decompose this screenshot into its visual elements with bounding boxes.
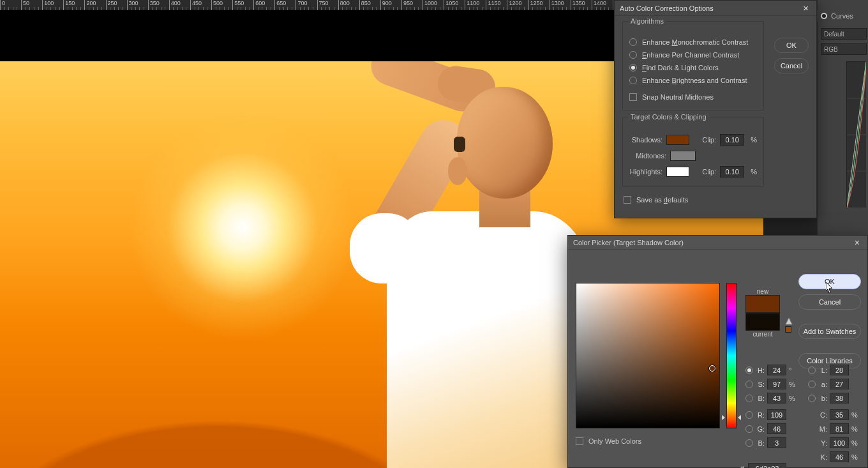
current-label: current: [745, 331, 780, 338]
algo-per-channel-radio[interactable]: Enhance Per Channel Contrast: [629, 49, 757, 61]
add-to-swatches-button[interactable]: Add to Swatches: [798, 324, 861, 339]
b-radio[interactable]: [808, 395, 816, 402]
dialog-title: Color Picker (Target Shadow Color): [573, 239, 684, 246]
blue-input[interactable]: [767, 437, 786, 448]
hue-slider[interactable]: [726, 283, 737, 428]
ok-button[interactable]: OK: [798, 274, 861, 289]
color-picker-dialog: Color Picker (Target Shadow Color) × new…: [567, 235, 868, 468]
hue-indicator-icon: [722, 415, 725, 420]
c-input[interactable]: [830, 409, 849, 420]
horizontal-ruler[interactable]: 0501001502002503003504004505005506006507…: [0, 0, 613, 10]
curves-channel-dropdown[interactable]: RGB: [821, 43, 867, 55]
auto-color-correction-dialog: Auto Color Correction Options × OK Cance…: [614, 0, 817, 218]
k-input[interactable]: [830, 451, 849, 462]
hex-label: #: [740, 465, 744, 468]
dialog-titlebar[interactable]: Auto Color Correction Options ×: [615, 1, 816, 16]
clip-label-2: Clip:: [702, 168, 716, 176]
highlights-clip-input[interactable]: [720, 166, 744, 177]
midtones-swatch[interactable]: [670, 151, 696, 161]
clip-label: Clip:: [702, 136, 716, 144]
targets-legend: Target Colors & Clipping: [628, 113, 709, 121]
gamut-warning-icon[interactable]: [785, 317, 793, 325]
mouse-cursor-icon: [826, 282, 834, 294]
algo-brightness-contrast-radio[interactable]: Enhance Brightness and Contrast: [629, 74, 757, 87]
shadows-swatch[interactable]: [666, 135, 689, 145]
bright-input[interactable]: [767, 393, 786, 404]
blue-radio[interactable]: [745, 439, 753, 447]
curves-panel-label: Curves: [831, 12, 853, 20]
midtones-label: Midtones:: [629, 152, 666, 160]
curves-panel-header[interactable]: Curves: [817, 10, 868, 22]
adjustment-icon: [821, 13, 827, 19]
algo-monochromatic-radio[interactable]: Enhance Monochromatic Contrast: [629, 36, 757, 49]
hex-input[interactable]: [748, 463, 786, 468]
g-input[interactable]: [767, 423, 786, 434]
m-input[interactable]: [830, 423, 849, 434]
dialog-titlebar[interactable]: Color Picker (Target Shadow Color) ×: [568, 236, 867, 250]
g-radio[interactable]: [745, 425, 753, 433]
saturation-value-field[interactable]: [576, 283, 720, 428]
shadows-clip-input[interactable]: [720, 134, 744, 146]
algo-find-dark-light-radio[interactable]: Find Dark & Light Colors: [629, 61, 757, 74]
algorithms-legend: Algorithms: [628, 17, 666, 25]
websafe-swatch[interactable]: [785, 326, 791, 333]
a-radio[interactable]: [808, 381, 816, 388]
cancel-button[interactable]: Cancel: [798, 294, 861, 310]
b-input[interactable]: [830, 393, 849, 404]
close-icon[interactable]: ×: [800, 3, 811, 13]
l-input[interactable]: [830, 365, 849, 375]
shadows-label: Shadows:: [629, 136, 662, 144]
hue-indicator-icon: [738, 415, 741, 420]
hue-radio[interactable]: [745, 366, 753, 374]
highlights-label: Highlights:: [629, 168, 662, 176]
close-icon[interactable]: ×: [852, 238, 862, 248]
curves-preset-dropdown[interactable]: Default: [821, 28, 867, 40]
sv-cursor-icon: [709, 365, 715, 372]
new-label: new: [745, 288, 780, 295]
highlights-swatch[interactable]: [666, 167, 689, 177]
bright-radio[interactable]: [745, 395, 753, 402]
save-defaults-checkbox[interactable]: Save as defaults: [622, 193, 809, 206]
sat-radio[interactable]: [745, 381, 753, 388]
current-color-swatch[interactable]: [745, 313, 780, 331]
r-radio[interactable]: [745, 411, 753, 419]
ok-button[interactable]: OK: [774, 38, 809, 53]
only-web-colors-checkbox[interactable]: Only Web Colors: [576, 437, 641, 445]
y-input[interactable]: [830, 437, 849, 448]
a-input[interactable]: [830, 379, 849, 389]
new-color-swatch[interactable]: [745, 295, 780, 313]
sat-input[interactable]: [767, 379, 786, 389]
dialog-title: Auto Color Correction Options: [620, 4, 714, 12]
curves-graph[interactable]: [846, 61, 865, 207]
snap-neutral-midtones-checkbox[interactable]: Snap Neutral Midtones: [629, 91, 757, 103]
hue-input[interactable]: [767, 365, 786, 375]
svg-marker-4: [786, 318, 792, 324]
cancel-button[interactable]: Cancel: [774, 58, 809, 73]
l-radio[interactable]: [808, 366, 816, 374]
r-input[interactable]: [767, 409, 786, 420]
